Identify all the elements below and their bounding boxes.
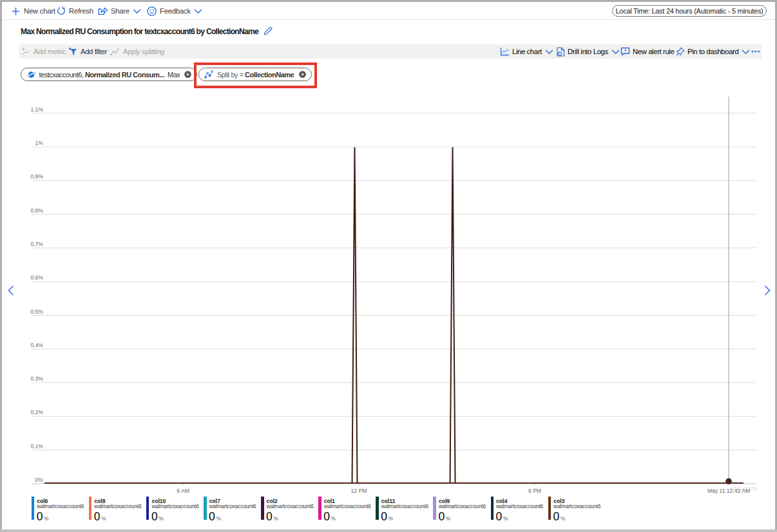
svg-text:May 11 12:42 AM: May 11 12:42 AM — [707, 488, 750, 494]
svg-text:12 PM: 12 PM — [351, 488, 367, 494]
svg-text:1%: 1% — [35, 140, 44, 146]
svg-text:0.1%: 0.1% — [30, 443, 43, 450]
svg-text:0%: 0% — [35, 477, 44, 483]
svg-text:1.1%: 1.1% — [30, 106, 43, 113]
svg-text:0.2%: 0.2% — [30, 409, 43, 415]
svg-text:6 PM: 6 PM — [528, 488, 541, 494]
svg-text:0.9%: 0.9% — [30, 173, 43, 180]
svg-text:0.5%: 0.5% — [30, 309, 43, 315]
svg-text:0.3%: 0.3% — [30, 375, 43, 382]
svg-text:6 AM: 6 AM — [177, 488, 189, 494]
svg-text:0.8%: 0.8% — [30, 207, 43, 214]
svg-text:0.7%: 0.7% — [30, 241, 43, 247]
svg-text:0.6%: 0.6% — [30, 274, 43, 281]
svg-text:0.4%: 0.4% — [30, 342, 43, 348]
